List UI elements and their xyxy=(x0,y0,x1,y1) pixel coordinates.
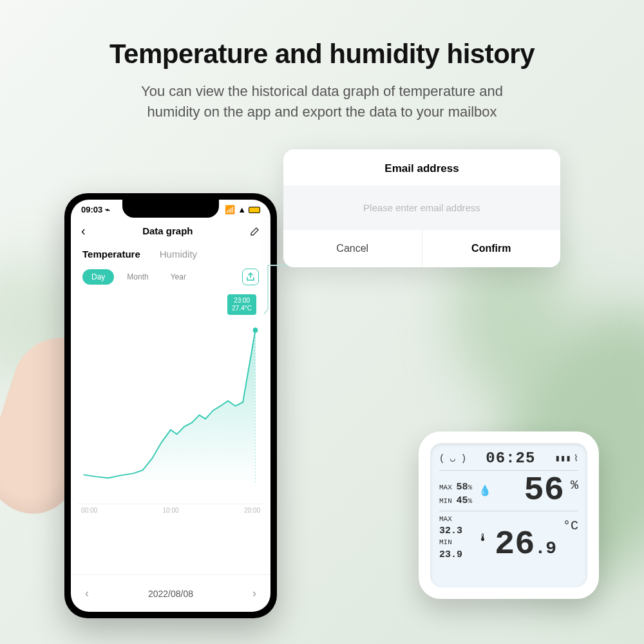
export-button[interactable] xyxy=(242,269,259,285)
wifi-icon: ⌇ xyxy=(574,453,578,464)
signal-icon: 📶 xyxy=(225,205,235,214)
sensor-device: ( ◡ ) 06:25 ▮▮▮ ⌇ MAX 58% MIN 45% 💧 56 %… xyxy=(419,431,599,599)
humidity-unit: % xyxy=(571,478,578,493)
battery-icon: ▮▮▮ xyxy=(555,453,571,464)
cancel-button[interactable]: Cancel xyxy=(283,230,422,267)
battery-icon xyxy=(249,207,260,213)
range-year[interactable]: Year xyxy=(162,269,195,285)
phone-notch xyxy=(122,200,219,218)
prev-day-button[interactable]: ‹ xyxy=(85,587,89,600)
page-subtitle: You can view the historical data graph o… xyxy=(0,81,644,122)
temp-value: 26.9 xyxy=(495,528,556,562)
temp-unit: °C xyxy=(563,518,578,533)
range-month[interactable]: Month xyxy=(118,269,157,285)
hand-holding-phone: 09:03 ⌁ 📶 ▲ ‹ Data graph Temperature xyxy=(19,193,290,631)
wifi-icon: ▲ xyxy=(238,205,246,214)
humidity-minmax: MAX 58% MIN 45% xyxy=(439,480,472,507)
chart-tooltip: 23:00 27.4°C xyxy=(227,294,256,315)
tab-humidity[interactable]: Humidity xyxy=(160,249,197,260)
range-day[interactable]: Day xyxy=(82,269,114,285)
next-day-button[interactable]: › xyxy=(252,587,256,600)
face-icon: ( ◡ ) xyxy=(439,453,466,464)
thermometer-icon: 🌡 xyxy=(478,532,488,544)
page-title: Temperature and humidity history xyxy=(0,39,644,70)
back-button[interactable]: ‹ xyxy=(81,223,86,238)
email-input[interactable]: Please enter email address xyxy=(283,185,560,230)
phone-frame: 09:03 ⌁ 📶 ▲ ‹ Data graph Temperature xyxy=(64,193,277,618)
status-time: 09:03 ⌁ xyxy=(81,205,110,214)
temperature-chart[interactable]: 23:00 27.4°C xyxy=(77,292,264,504)
current-date: 2022/08/08 xyxy=(148,589,193,599)
droplet-icon: 💧 xyxy=(478,484,491,497)
svg-point-0 xyxy=(253,328,258,333)
temp-minmax: MAX 32.3 MIN 23.9 xyxy=(439,515,471,562)
humidity-value: 56 xyxy=(524,474,564,507)
chart-xaxis: 00:0010:0020:00 xyxy=(71,504,270,516)
confirm-button[interactable]: Confirm xyxy=(422,230,561,267)
callout-connector xyxy=(264,264,292,316)
device-clock: 06:25 xyxy=(486,450,535,467)
email-dialog: Email address Please enter email address… xyxy=(283,149,560,267)
tab-temperature[interactable]: Temperature xyxy=(82,249,140,260)
lcd-display: ( ◡ ) 06:25 ▮▮▮ ⌇ MAX 58% MIN 45% 💧 56 %… xyxy=(430,443,587,587)
edit-icon[interactable] xyxy=(250,226,260,236)
screen-title: Data graph xyxy=(142,225,193,236)
dialog-title: Email address xyxy=(283,149,560,185)
